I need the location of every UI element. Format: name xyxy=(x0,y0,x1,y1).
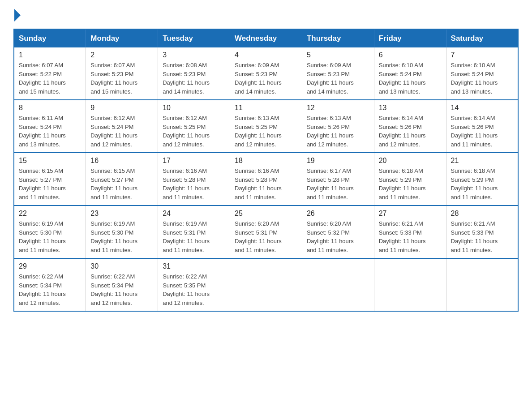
weekday-header-saturday: Saturday xyxy=(446,29,518,47)
day-info: Sunrise: 6:07 AM Sunset: 5:23 PM Dayligh… xyxy=(90,61,153,96)
day-info: Sunrise: 6:15 AM Sunset: 5:27 PM Dayligh… xyxy=(19,167,81,201)
calendar-day-cell: 12 Sunrise: 6:13 AM Sunset: 5:26 PM Dayl… xyxy=(302,100,374,153)
weekday-header-row: SundayMondayTuesdayWednesdayThursdayFrid… xyxy=(14,29,518,47)
calendar-day-cell: 23 Sunrise: 6:19 AM Sunset: 5:30 PM Dayl… xyxy=(86,206,158,258)
day-number: 18 xyxy=(235,157,297,165)
calendar-day-cell: 24 Sunrise: 6:19 AM Sunset: 5:31 PM Dayl… xyxy=(158,206,230,258)
day-info: Sunrise: 6:22 AM Sunset: 5:34 PM Dayligh… xyxy=(19,272,81,307)
day-info: Sunrise: 6:09 AM Sunset: 5:23 PM Dayligh… xyxy=(235,61,297,96)
calendar-day-cell: 15 Sunrise: 6:15 AM Sunset: 5:27 PM Dayl… xyxy=(14,153,86,206)
day-number: 11 xyxy=(235,104,297,112)
calendar-day-cell: 21 Sunrise: 6:18 AM Sunset: 5:29 PM Dayl… xyxy=(446,153,518,206)
calendar-day-cell xyxy=(230,258,302,311)
calendar-day-cell: 30 Sunrise: 6:22 AM Sunset: 5:34 PM Dayl… xyxy=(86,258,158,311)
day-number: 30 xyxy=(90,262,153,270)
day-info: Sunrise: 6:19 AM Sunset: 5:30 PM Dayligh… xyxy=(19,219,81,254)
calendar-day-cell xyxy=(446,258,518,311)
weekday-header-thursday: Thursday xyxy=(302,29,374,47)
day-info: Sunrise: 6:14 AM Sunset: 5:26 PM Dayligh… xyxy=(379,114,442,149)
calendar-day-cell: 11 Sunrise: 6:13 AM Sunset: 5:25 PM Dayl… xyxy=(230,100,302,153)
calendar-day-cell: 16 Sunrise: 6:15 AM Sunset: 5:27 PM Dayl… xyxy=(86,153,158,206)
day-info: Sunrise: 6:11 AM Sunset: 5:24 PM Dayligh… xyxy=(19,114,81,149)
day-info: Sunrise: 6:12 AM Sunset: 5:24 PM Dayligh… xyxy=(90,114,153,149)
day-info: Sunrise: 6:14 AM Sunset: 5:26 PM Dayligh… xyxy=(451,114,513,149)
calendar-week-row: 8 Sunrise: 6:11 AM Sunset: 5:24 PM Dayli… xyxy=(14,100,518,153)
calendar-day-cell: 10 Sunrise: 6:12 AM Sunset: 5:25 PM Dayl… xyxy=(158,100,230,153)
day-info: Sunrise: 6:21 AM Sunset: 5:33 PM Dayligh… xyxy=(451,219,513,254)
day-number: 28 xyxy=(451,210,513,218)
day-info: Sunrise: 6:15 AM Sunset: 5:27 PM Dayligh… xyxy=(90,167,153,201)
day-number: 22 xyxy=(19,210,81,218)
day-number: 20 xyxy=(379,157,442,165)
day-info: Sunrise: 6:21 AM Sunset: 5:33 PM Dayligh… xyxy=(379,219,442,254)
day-number: 24 xyxy=(163,210,225,218)
logo xyxy=(13,9,21,21)
day-number: 29 xyxy=(19,262,81,270)
calendar-day-cell: 31 Sunrise: 6:22 AM Sunset: 5:35 PM Dayl… xyxy=(158,258,230,311)
weekday-header-tuesday: Tuesday xyxy=(158,29,230,47)
calendar-header: SundayMondayTuesdayWednesdayThursdayFrid… xyxy=(14,29,518,47)
calendar-day-cell xyxy=(302,258,374,311)
calendar-day-cell: 4 Sunrise: 6:09 AM Sunset: 5:23 PM Dayli… xyxy=(230,47,302,100)
weekday-header-wednesday: Wednesday xyxy=(230,29,302,47)
day-info: Sunrise: 6:22 AM Sunset: 5:35 PM Dayligh… xyxy=(163,272,225,307)
day-number: 4 xyxy=(235,51,297,59)
day-number: 9 xyxy=(90,104,153,112)
calendar-week-row: 15 Sunrise: 6:15 AM Sunset: 5:27 PM Dayl… xyxy=(14,153,518,206)
day-info: Sunrise: 6:13 AM Sunset: 5:26 PM Dayligh… xyxy=(307,114,369,149)
day-number: 8 xyxy=(19,104,81,112)
calendar-day-cell: 28 Sunrise: 6:21 AM Sunset: 5:33 PM Dayl… xyxy=(446,206,518,258)
calendar-day-cell: 2 Sunrise: 6:07 AM Sunset: 5:23 PM Dayli… xyxy=(86,47,158,100)
day-number: 2 xyxy=(90,51,153,59)
day-info: Sunrise: 6:18 AM Sunset: 5:29 PM Dayligh… xyxy=(379,167,442,201)
day-number: 15 xyxy=(19,157,81,165)
day-info: Sunrise: 6:08 AM Sunset: 5:23 PM Dayligh… xyxy=(163,61,225,96)
calendar-day-cell: 29 Sunrise: 6:22 AM Sunset: 5:34 PM Dayl… xyxy=(14,258,86,311)
calendar-day-cell: 9 Sunrise: 6:12 AM Sunset: 5:24 PM Dayli… xyxy=(86,100,158,153)
calendar-day-cell: 27 Sunrise: 6:21 AM Sunset: 5:33 PM Dayl… xyxy=(374,206,446,258)
calendar-day-cell: 7 Sunrise: 6:10 AM Sunset: 5:24 PM Dayli… xyxy=(446,47,518,100)
calendar-day-cell xyxy=(374,258,446,311)
page-header xyxy=(13,9,519,21)
day-info: Sunrise: 6:10 AM Sunset: 5:24 PM Dayligh… xyxy=(379,61,442,96)
calendar-body: 1 Sunrise: 6:07 AM Sunset: 5:22 PM Dayli… xyxy=(14,47,518,311)
day-info: Sunrise: 6:22 AM Sunset: 5:34 PM Dayligh… xyxy=(90,272,153,307)
day-number: 13 xyxy=(379,104,442,112)
day-info: Sunrise: 6:17 AM Sunset: 5:28 PM Dayligh… xyxy=(307,167,369,201)
day-info: Sunrise: 6:10 AM Sunset: 5:24 PM Dayligh… xyxy=(451,61,513,96)
calendar-day-cell: 13 Sunrise: 6:14 AM Sunset: 5:26 PM Dayl… xyxy=(374,100,446,153)
day-info: Sunrise: 6:13 AM Sunset: 5:25 PM Dayligh… xyxy=(235,114,297,149)
day-info: Sunrise: 6:09 AM Sunset: 5:23 PM Dayligh… xyxy=(307,61,369,96)
day-number: 16 xyxy=(90,157,153,165)
day-number: 5 xyxy=(307,51,369,59)
calendar-table: SundayMondayTuesdayWednesdayThursdayFrid… xyxy=(13,29,519,312)
day-info: Sunrise: 6:16 AM Sunset: 5:28 PM Dayligh… xyxy=(235,167,297,201)
day-number: 26 xyxy=(307,210,369,218)
day-info: Sunrise: 6:07 AM Sunset: 5:22 PM Dayligh… xyxy=(19,61,81,96)
day-info: Sunrise: 6:19 AM Sunset: 5:31 PM Dayligh… xyxy=(163,219,225,254)
day-number: 19 xyxy=(307,157,369,165)
calendar-day-cell: 26 Sunrise: 6:20 AM Sunset: 5:32 PM Dayl… xyxy=(302,206,374,258)
calendar-day-cell: 3 Sunrise: 6:08 AM Sunset: 5:23 PM Dayli… xyxy=(158,47,230,100)
day-info: Sunrise: 6:19 AM Sunset: 5:30 PM Dayligh… xyxy=(90,219,153,254)
day-number: 6 xyxy=(379,51,442,59)
calendar-day-cell: 8 Sunrise: 6:11 AM Sunset: 5:24 PM Dayli… xyxy=(14,100,86,153)
day-number: 10 xyxy=(163,104,225,112)
day-info: Sunrise: 6:16 AM Sunset: 5:28 PM Dayligh… xyxy=(163,167,225,201)
calendar-day-cell: 25 Sunrise: 6:20 AM Sunset: 5:31 PM Dayl… xyxy=(230,206,302,258)
calendar-week-row: 1 Sunrise: 6:07 AM Sunset: 5:22 PM Dayli… xyxy=(14,47,518,100)
weekday-header-friday: Friday xyxy=(374,29,446,47)
calendar-day-cell: 18 Sunrise: 6:16 AM Sunset: 5:28 PM Dayl… xyxy=(230,153,302,206)
calendar-day-cell: 1 Sunrise: 6:07 AM Sunset: 5:22 PM Dayli… xyxy=(14,47,86,100)
day-number: 12 xyxy=(307,104,369,112)
calendar-day-cell: 5 Sunrise: 6:09 AM Sunset: 5:23 PM Dayli… xyxy=(302,47,374,100)
day-number: 31 xyxy=(163,262,225,270)
day-number: 17 xyxy=(163,157,225,165)
weekday-header-sunday: Sunday xyxy=(14,29,86,47)
day-number: 3 xyxy=(163,51,225,59)
day-number: 27 xyxy=(379,210,442,218)
calendar-day-cell: 19 Sunrise: 6:17 AM Sunset: 5:28 PM Dayl… xyxy=(302,153,374,206)
day-number: 23 xyxy=(90,210,153,218)
day-info: Sunrise: 6:20 AM Sunset: 5:31 PM Dayligh… xyxy=(235,219,297,254)
calendar-day-cell: 22 Sunrise: 6:19 AM Sunset: 5:30 PM Dayl… xyxy=(14,206,86,258)
